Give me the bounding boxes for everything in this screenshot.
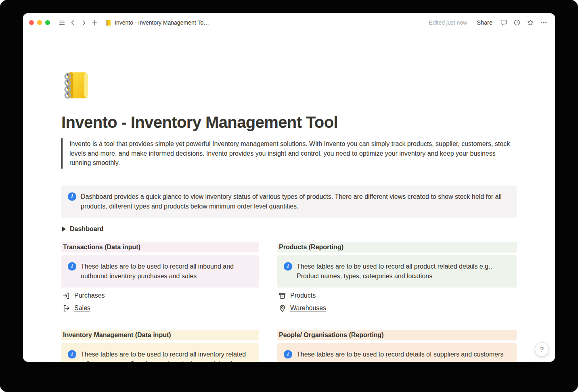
section-grid: Transactions (Data input) These tables a… <box>61 242 517 362</box>
page-title: Invento - Inventory Management Tool <box>61 113 517 132</box>
more-options-icon[interactable] <box>538 17 549 28</box>
window-controls <box>29 20 50 25</box>
import-arrow-icon <box>62 292 71 300</box>
dashboard-callout: Dashboard provides a quick glance to vie… <box>61 186 517 218</box>
section-transactions: Transactions (Data input) These tables a… <box>61 242 259 315</box>
help-button[interactable]: ? <box>535 343 549 356</box>
dashboard-toggle[interactable]: Dashboard <box>61 223 105 235</box>
page-icon-notebook[interactable] <box>61 70 92 100</box>
comments-icon[interactable] <box>498 17 509 28</box>
back-icon[interactable] <box>67 17 78 28</box>
share-button[interactable]: Share <box>474 18 495 27</box>
section-callout-text: These tables are to be used to record al… <box>81 262 252 281</box>
location-pin-icon <box>278 304 287 313</box>
intro-quote: Invento is a tool that provides simple y… <box>61 138 511 169</box>
section-callout: These tables are to be used to record de… <box>277 343 517 362</box>
section-links: Purchases Sales <box>61 290 259 315</box>
edited-status: Edited just now <box>429 19 467 26</box>
favorite-star-icon[interactable] <box>525 17 536 28</box>
section-links: Products Warehouses <box>277 290 517 315</box>
toggle-triangle-icon[interactable] <box>62 227 66 231</box>
toggle-label: Dashboard <box>70 225 104 233</box>
page-content: Invento - Inventory Management Tool Inve… <box>23 32 555 362</box>
section-callout-text: These tables are to be used to record al… <box>297 262 510 281</box>
forward-icon[interactable] <box>78 17 89 28</box>
link-label: Warehouses <box>290 304 326 312</box>
section-header: Inventory Management (Data input) <box>61 330 259 340</box>
info-icon <box>284 350 292 359</box>
zoom-window-button[interactable] <box>45 20 50 25</box>
dashboard-callout-text: Dashboard provides a quick glance to vie… <box>81 192 510 211</box>
section-callout-text: These tables are to be used to record al… <box>81 350 252 362</box>
section-header: Products (Reporting) <box>277 242 517 252</box>
info-icon <box>68 262 76 271</box>
section-inventory-management: Inventory Management (Data input) These … <box>61 330 259 362</box>
section-header: Transactions (Data input) <box>61 242 259 252</box>
link-label: Sales <box>74 304 90 312</box>
section-callout: These tables are to be used to record al… <box>61 255 259 288</box>
link-products[interactable]: Products <box>277 290 517 302</box>
close-window-button[interactable] <box>29 20 34 25</box>
notebook-emoji-icon <box>105 19 112 26</box>
link-label: Products <box>290 292 316 299</box>
section-callout: These tables are to be used to record al… <box>277 255 517 288</box>
link-warehouses[interactable]: Warehouses <box>277 302 517 315</box>
info-icon <box>68 350 76 359</box>
info-icon <box>284 262 292 271</box>
breadcrumb[interactable]: Invento - Inventory Management To… <box>103 18 212 27</box>
section-people-organisations: People/ Organisations (Reporting) These … <box>277 330 517 362</box>
archive-box-icon <box>278 292 287 300</box>
minimize-window-button[interactable] <box>37 20 42 25</box>
sidebar-menu-icon[interactable] <box>57 17 67 28</box>
export-arrow-icon <box>62 304 71 313</box>
section-products: Products (Reporting) These tables are to… <box>277 242 517 315</box>
info-icon <box>68 192 76 201</box>
link-purchases[interactable]: Purchases <box>61 290 259 302</box>
titlebar-actions <box>498 17 549 28</box>
desktop-background: Invento - Inventory Management To… Edite… <box>0 0 578 392</box>
link-label: Purchases <box>74 292 105 299</box>
section-callout: These tables are to be used to record al… <box>61 343 259 362</box>
section-header: People/ Organisations (Reporting) <box>277 330 517 340</box>
titlebar: Invento - Inventory Management To… Edite… <box>23 13 555 32</box>
link-sales[interactable]: Sales <box>61 302 259 315</box>
new-tab-plus-icon[interactable] <box>89 17 100 28</box>
document-title: Invento - Inventory Management To… <box>115 19 209 26</box>
app-window: Invento - Inventory Management To… Edite… <box>23 13 555 362</box>
history-clock-icon[interactable] <box>511 17 522 28</box>
section-callout-text: These tables are to be used to record de… <box>297 350 503 359</box>
